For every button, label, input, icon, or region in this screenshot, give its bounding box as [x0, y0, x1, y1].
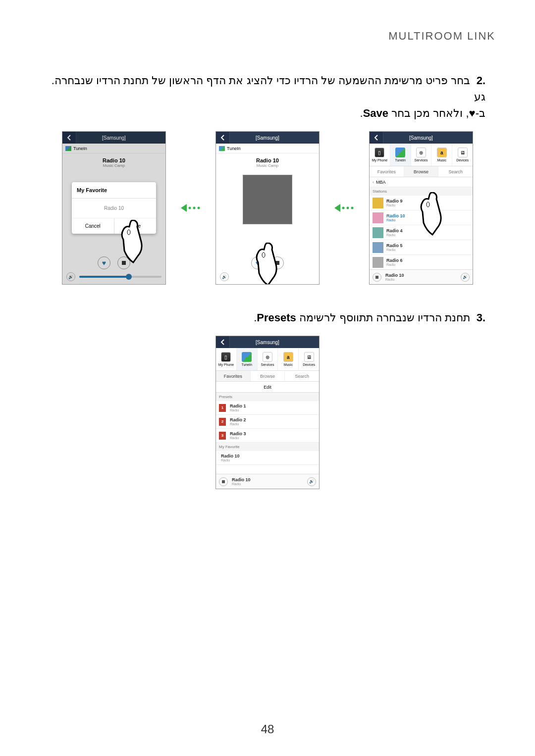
step2-text: .2 בחר פריט מרשימת ההשמעה של הרדיו כדי ל… — [40, 72, 495, 121]
section-stations: Stations — [370, 187, 473, 196]
back-button[interactable] — [216, 336, 230, 348]
item-sub: Radio — [230, 422, 246, 426]
tab-tunein[interactable]: TuneIn — [237, 348, 258, 370]
mini-stop-button[interactable] — [219, 477, 228, 486]
tab-services[interactable]: ⊕Services — [411, 144, 432, 166]
phone-icon: ▯ — [374, 148, 384, 157]
cancel-button[interactable]: Cancel — [72, 218, 114, 234]
seg-favorites[interactable]: Favorites — [216, 371, 251, 381]
item-name: Radio 10 — [221, 454, 240, 458]
amazon-icon: a — [283, 352, 293, 362]
tunein-icon — [395, 148, 405, 157]
list-item[interactable]: Radio 9Radio — [370, 196, 473, 210]
modal-item[interactable]: Radio 10 — [72, 199, 156, 218]
svg-point-11 — [193, 207, 196, 209]
svg-point-15 — [347, 207, 349, 209]
tunein-label: TuneIn — [227, 146, 241, 151]
tab-music[interactable]: aMusic — [431, 144, 452, 166]
list-item[interactable]: Radio 4Radio — [370, 225, 473, 240]
station-art — [373, 212, 383, 223]
item-sub: Radio — [230, 408, 246, 412]
seg-search[interactable]: Search — [438, 166, 473, 177]
back-button[interactable] — [370, 132, 383, 144]
preset-item[interactable]: 1Radio 1Radio — [216, 401, 319, 415]
list-item[interactable]: Radio 6Radio — [370, 255, 473, 270]
heart-icon: ♥ — [256, 259, 260, 267]
now-playing-title: Radio 10 Music Camp — [216, 153, 319, 172]
preset-flag-icon: 3 — [219, 432, 226, 440]
step2-number: .2 — [477, 74, 485, 87]
volume-icon[interactable]: 🔊 — [220, 272, 229, 281]
preset-item[interactable]: 2Radio 2Radio — [216, 415, 319, 429]
seg-favorites[interactable]: Favorites — [370, 166, 404, 177]
amazon-icon: a — [437, 148, 447, 157]
station-art — [373, 198, 383, 208]
edit-button[interactable]: Edit — [216, 382, 319, 393]
tab-myphone[interactable]: ▯My Phone — [216, 348, 237, 370]
item-name: Radio 1 — [230, 403, 246, 408]
tab-services[interactable]: ⊕Services — [258, 348, 278, 370]
screen-station-list: [Samsung] ▯My Phone TuneIn ⊕Services aMu… — [369, 131, 473, 285]
step2-save-word: Save — [363, 107, 388, 119]
tunein-icon — [242, 352, 252, 362]
seg-browse[interactable]: Browse — [251, 371, 285, 381]
item-name: Radio 5 — [386, 243, 403, 248]
item-sub: Radio — [386, 203, 403, 207]
tab-music[interactable]: aMusic — [278, 348, 299, 370]
section-presets: Presets — [216, 393, 319, 401]
favorite-item[interactable]: Radio 10Radio — [216, 451, 319, 465]
mini-title: Radio 10 — [385, 273, 457, 278]
modal-buttons: Cancel Save — [72, 218, 156, 234]
seg-browse[interactable]: Browse — [404, 166, 439, 177]
station-art — [373, 242, 383, 253]
preset-item[interactable]: 3Radio 3Radio — [216, 429, 319, 443]
tab-tunein[interactable]: TuneIn — [390, 144, 411, 166]
header-title: [Samsung] — [383, 135, 473, 141]
step3-text: .3 תחנת הרדיו שנבחרה תתווסף לרשימה Prese… — [40, 309, 495, 326]
mini-volume-button[interactable]: 🔊 — [307, 477, 316, 486]
svc-label: TuneIn — [241, 363, 252, 366]
list-item[interactable]: Radio 5Radio — [370, 240, 473, 255]
step3-number: .3 — [477, 311, 485, 324]
screen-save-modal: [Samsung] TuneIn Radio 10 Music Camp ♥ 🔊… — [62, 131, 166, 285]
modal-title: My Favorite — [72, 182, 156, 199]
stop-button[interactable] — [271, 256, 284, 269]
mini-player[interactable]: Radio 10Radio 🔊 — [216, 474, 319, 489]
item-sub: Radio — [386, 218, 405, 222]
mini-stop-button[interactable] — [373, 273, 381, 282]
tab-devices[interactable]: 🖥Devices — [299, 348, 319, 370]
tab-devices[interactable]: 🖥Devices — [452, 144, 473, 166]
mini-volume-button[interactable]: 🔊 — [461, 273, 470, 282]
preset-flag-icon: 1 — [219, 404, 226, 412]
favorite-modal: My Favorite Radio 10 Cancel Save — [72, 182, 156, 234]
item-name: Radio 2 — [230, 417, 246, 422]
back-button[interactable] — [216, 132, 230, 144]
svc-label: Devices — [456, 158, 469, 162]
item-name: Radio 3 — [230, 431, 246, 436]
svc-label: My Phone — [218, 363, 234, 366]
mini-player[interactable]: Radio 10Radio 🔊 — [370, 269, 473, 284]
mini-sub: Radio — [385, 278, 457, 281]
page-header: MULTIROOM LINK — [40, 30, 495, 43]
breadcrumb-text: MBA — [376, 180, 386, 185]
screen-player: [Samsung] TuneIn Radio 10 Music Camp ♥ 🔊 — [215, 131, 320, 285]
segment-row: Favorites Browse Search — [370, 166, 473, 177]
volume-row: 🔊 — [216, 272, 319, 281]
preset-flag-icon: 2 — [219, 418, 226, 426]
heart-glyph: ♥ — [469, 107, 476, 119]
back-icon — [374, 135, 379, 141]
mini-sub: Radio — [232, 482, 303, 486]
phone-header: [Samsung] — [216, 132, 319, 144]
radio-title: Radio 10 — [216, 157, 319, 163]
step2-line2-pre: ב- — [476, 107, 485, 119]
item-sub: Radio — [386, 263, 403, 266]
svc-label: TuneIn — [395, 158, 406, 162]
item-name: Radio 4 — [386, 228, 403, 233]
save-button[interactable]: Save — [114, 218, 157, 234]
list-item[interactable]: Radio 10Radio — [370, 210, 473, 225]
seg-search[interactable]: Search — [285, 371, 319, 381]
tab-myphone[interactable]: ▯My Phone — [370, 144, 390, 166]
breadcrumb[interactable]: ‹ MBA — [370, 177, 473, 187]
step2-screens: [Samsung] TuneIn Radio 10 Music Camp ♥ 🔊… — [40, 131, 495, 285]
favorite-button[interactable]: ♥ — [251, 256, 264, 269]
